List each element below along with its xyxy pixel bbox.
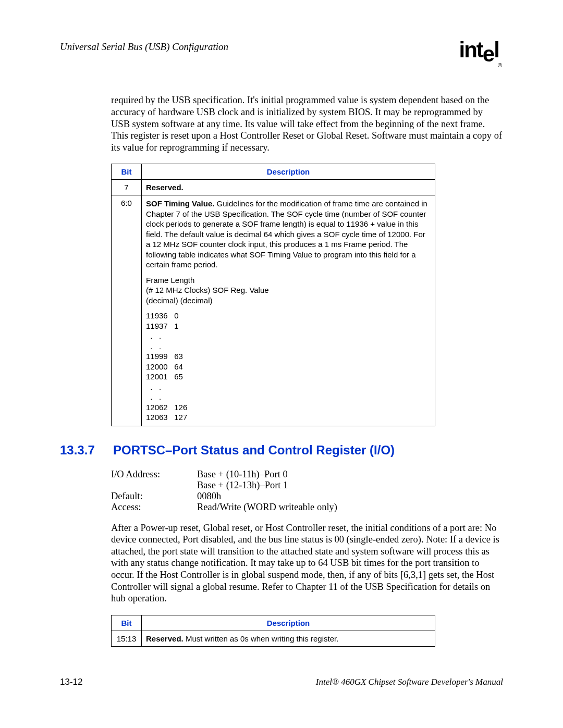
page: Universal Serial Bus (USB) Configuration… (0, 0, 563, 728)
col-header-bit: Bit (112, 164, 142, 180)
page-footer: 13-12 Intel® 460GX Chipset Software Deve… (60, 677, 503, 687)
info-label: Default: (111, 491, 197, 502)
page-number: 13-12 (60, 677, 82, 687)
info-row: Default: 0080h (111, 491, 503, 502)
info-row: Access: Read/Write (WORD writeable only) (111, 502, 503, 513)
pair-row: . . (146, 392, 431, 402)
info-row: I/O Address: Base + (10-11h)–Port 0 (111, 469, 503, 480)
logo-part2: e (483, 42, 494, 66)
table-header-row: Bit Description (112, 615, 435, 631)
info-value: 0080h (197, 491, 221, 502)
pair-row: 12000 64 (146, 362, 431, 372)
subhead3: (decimal) (decimal) (146, 295, 431, 306)
col-header-description: Description (142, 164, 435, 180)
table-header-row: Bit Description (112, 164, 435, 180)
desc-bold: Reserved. (146, 634, 183, 643)
pair-row: 12001 65 (146, 372, 431, 382)
intro-paragraph: required by the USB specification. It's … (111, 94, 503, 153)
manual-title: Intel® 460GX Chipset Software Developer'… (316, 677, 503, 687)
intel-logo: intel® (459, 39, 503, 63)
desc-bold: Reserved. (146, 183, 183, 192)
info-value: Read/Write (WORD writeable only) (197, 502, 337, 513)
pair-row: 11937 1 (146, 321, 431, 331)
pair-row: 12063 127 (146, 412, 431, 423)
header-chapter-title: Universal Serial Bus (USB) Configuration (60, 39, 228, 53)
col-header-bit: Bit (112, 615, 142, 631)
bit-cell: 6:0 (112, 195, 142, 426)
sof-timing-table: Bit Description 7 Reserved. 6:0 SOF Timi… (111, 164, 435, 426)
info-row: Base + (12-13h)–Port 1 (111, 480, 503, 491)
logo-part1: int (459, 38, 483, 62)
pair-row: 11999 63 (146, 351, 431, 362)
table-row: 7 Reserved. (112, 180, 435, 195)
desc-cell: Reserved. (142, 180, 435, 195)
info-label: Access: (111, 502, 197, 513)
portsc-table: Bit Description 15:13 Reserved. Must wri… (111, 615, 435, 647)
pair-row: 11936 0 (146, 311, 431, 321)
logo-part3: l (494, 38, 499, 62)
register-info: I/O Address: Base + (10-11h)–Port 0 Base… (111, 469, 503, 513)
bit-cell: 7 (112, 180, 142, 195)
info-label: I/O Address: (111, 469, 197, 480)
table-row: 6:0 SOF Timing Value. Guidelines for the… (112, 195, 435, 426)
pair-row: . . (146, 382, 431, 392)
subhead1: Frame Length (146, 275, 431, 286)
value-pairs: 11936 0 11937 1 . . . . 11999 63 12000 6… (146, 311, 431, 423)
subhead2: (# 12 MHz Clocks) SOF Reg. Value (146, 285, 431, 295)
info-value: Base + (12-13h)–Port 1 (197, 480, 288, 491)
page-header: Universal Serial Bus (USB) Configuration… (60, 39, 503, 63)
registered-icon: ® (498, 62, 502, 68)
portsc-paragraph: After a Power-up reset, Global reset, or… (111, 522, 503, 604)
section-heading: 13.3.7 PORTSC–Port Status and Control Re… (60, 443, 503, 458)
section-number: 13.3.7 (60, 443, 111, 458)
pair-row: 12062 126 (146, 402, 431, 413)
desc-rest: Guidelines for the modification of frame… (146, 199, 427, 269)
bit-cell: 15:13 (112, 631, 142, 646)
pair-row: . . (146, 331, 431, 341)
pair-row: . . (146, 341, 431, 352)
desc-bold: SOF Timing Value. (146, 199, 214, 208)
section-title: PORTSC–Port Status and Control Register … (113, 443, 395, 458)
col-header-description: Description (142, 615, 435, 631)
info-label (111, 480, 197, 491)
desc-cell: Reserved. Must written as 0s when writin… (142, 631, 435, 646)
table-row: 15:13 Reserved. Must written as 0s when … (112, 631, 435, 646)
desc-cell: SOF Timing Value. Guidelines for the mod… (142, 195, 435, 426)
info-value: Base + (10-11h)–Port 0 (197, 469, 288, 480)
desc-rest: Must written as 0s when writing this reg… (183, 634, 339, 643)
